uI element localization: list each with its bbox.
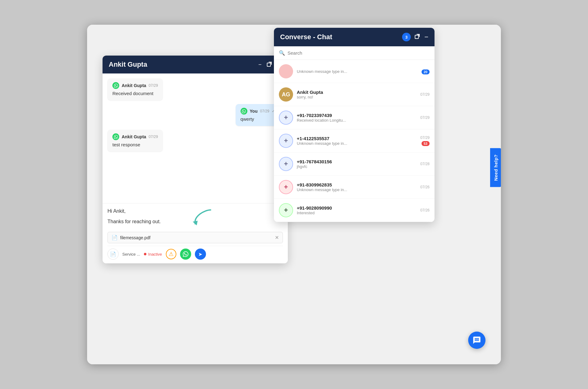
contact-date-3: 07/29 (420, 136, 430, 140)
message-text-3: test response (112, 141, 158, 148)
minimize-icon[interactable]: − (258, 62, 262, 67)
avatar-2: + (279, 111, 293, 125)
contact-date-6: 07/26 (420, 208, 430, 212)
converse-search: 🔍 (274, 46, 435, 60)
warning-icon: ⚠ (169, 251, 174, 257)
contact-preview-6: Interested (297, 211, 383, 215)
send-button[interactable]: ➤ (195, 249, 206, 260)
contact-name-6: +91-9028090990 (297, 205, 417, 211)
contact-meta-3: 07/29 53 (420, 136, 430, 146)
chat-window-title: Ankit Gupta (109, 61, 147, 69)
chat-messages: Ankit Gupta 07/29 Received document You … (103, 73, 288, 203)
send-icon: ➤ (198, 251, 202, 257)
file-name: filemessage.pdf (120, 235, 272, 240)
whatsapp-icon-1 (112, 82, 119, 89)
avatar-5: + (279, 180, 293, 194)
chat-header: Ankit Gupta − ✕ (103, 56, 288, 73)
contact-item-4[interactable]: + +91-7678430156 jhgvfc 07/28 (274, 153, 435, 176)
contact-meta-2: 07/29 (420, 115, 430, 120)
sender-name-2: You (250, 109, 258, 114)
need-help-button[interactable]: Need help? (490, 148, 501, 187)
search-input[interactable] (288, 50, 430, 56)
contact-info-3: +1-4122535537 Unknown message type in... (297, 136, 417, 146)
converse-header-icons: − (414, 34, 428, 41)
converse-header: Converse - Chat 3 − (274, 28, 435, 46)
search-icon: 🔍 (279, 50, 285, 56)
compose-body: Thanks for reaching out. (107, 218, 283, 226)
converse-minimize-icon[interactable]: − (424, 34, 428, 40)
file-attachment: 📄 filemessage.pdf ✕ (107, 232, 283, 243)
avatar-6: + (279, 203, 293, 217)
popout-icon[interactable] (267, 61, 272, 68)
svg-rect-2 (415, 35, 418, 39)
contact-meta-4: 07/28 (420, 162, 430, 166)
message-time-1: 07/29 (149, 83, 158, 88)
contact-item-6[interactable]: + +91-9028090990 Interested 07/26 (274, 199, 435, 222)
sender-name-3: Ankit Gupta (122, 134, 146, 139)
file-close-icon[interactable]: ✕ (275, 235, 279, 241)
contact-preview-5: Unknown message type in... (297, 187, 383, 192)
compose-greeting: Hi Ankit, (107, 207, 283, 215)
contact-item-2[interactable]: + +91-7023397439 Received location Longi… (274, 106, 435, 129)
status-dot (144, 253, 146, 255)
message-time-3: 07/29 (149, 135, 158, 139)
whatsapp-icon-2 (241, 108, 247, 115)
status-text: Inactive (148, 252, 162, 257)
contact-item-3[interactable]: + +1-4122535537 Unknown message type in.… (274, 129, 435, 153)
contact-info-6: +91-9028090990 Interested (297, 205, 417, 215)
message-bubble-3: Ankit Gupta 07/29 test response (107, 130, 163, 152)
compose-area: Hi Ankit, Thanks for reaching out. 📄 fil… (103, 203, 288, 263)
contact-item-5[interactable]: + +91-8309962835 Unknown message type in… (274, 176, 435, 199)
avatar-3: + (279, 134, 293, 148)
contact-meta-6: 07/26 (420, 208, 430, 212)
contact-name-5: +91-8309962835 (297, 182, 417, 187)
avatar-4: + (279, 157, 293, 171)
status-indicator: Inactive (144, 252, 162, 257)
contact-preview-2: Received location Longitu... (297, 118, 383, 123)
contact-info-0: Unknown message type in... (297, 69, 418, 74)
chat-widget-button[interactable] (468, 332, 485, 349)
avatar-0 (279, 64, 293, 78)
contact-name-3: +1-4122535537 (297, 136, 417, 141)
converse-badge: 3 (402, 33, 411, 41)
contact-date-5: 07/26 (420, 185, 430, 189)
converse-panel: Converse - Chat 3 − 🔍 (274, 28, 435, 222)
contact-item-1[interactable]: AG Ankit Gupta sorry, no! 07/29 (274, 83, 435, 106)
whatsapp-icon-3 (112, 133, 119, 140)
contact-info-1: Ankit Gupta sorry, no! (297, 90, 417, 99)
message-bubble-1: Ankit Gupta 07/29 Received document (107, 78, 163, 100)
unread-badge-3: 53 (422, 141, 430, 146)
contact-preview-4: jhgvfc (297, 164, 383, 169)
contact-info-4: +91-7678430156 jhgvfc (297, 159, 417, 169)
contact-preview-1: sorry, no! (297, 95, 383, 99)
compose-text[interactable]: Hi Ankit, Thanks for reaching out. (107, 207, 283, 232)
contact-name-2: +91-7023397439 (297, 113, 417, 118)
contact-date-2: 07/29 (420, 115, 430, 120)
contact-info-5: +91-8309962835 Unknown message type in..… (297, 182, 417, 192)
whatsapp-button[interactable] (180, 249, 191, 260)
contact-date-1: 07/29 (420, 92, 430, 97)
warning-button[interactable]: ⚠ (166, 249, 176, 259)
contact-preview-0: Unknown message type in... (297, 69, 383, 74)
converse-title: Converse - Chat (280, 33, 398, 41)
contact-meta-5: 07/26 (420, 185, 430, 189)
sender-name-1: Ankit Gupta (122, 83, 146, 88)
contact-preview-3: Unknown message type in... (297, 141, 383, 146)
message-time-2: 07/29 (260, 109, 269, 113)
contact-item-0[interactable]: Unknown message type in... 20 (274, 60, 435, 83)
contact-name-1: Ankit Gupta (297, 90, 417, 95)
file-button[interactable]: 📄 (107, 249, 119, 260)
service-label: Service ... (122, 252, 140, 257)
message-text-1: Received document (112, 90, 158, 97)
chat-window: Ankit Gupta − ✕ (103, 56, 288, 263)
avatar-1: AG (279, 87, 293, 102)
contact-info-2: +91-7023397439 Received location Longitu… (297, 113, 417, 123)
contact-list: Unknown message type in... 20 AG Ankit G… (274, 60, 435, 222)
contact-name-4: +91-7678430156 (297, 159, 417, 164)
contact-meta-0: 20 (422, 68, 430, 74)
contact-meta-1: 07/29 (420, 92, 430, 97)
compose-toolbar: 📄 Service ... Inactive ⚠ ➤ (107, 246, 283, 260)
converse-popout-icon[interactable] (414, 34, 420, 41)
svg-rect-0 (267, 63, 271, 66)
file-icon: 📄 (111, 235, 118, 241)
